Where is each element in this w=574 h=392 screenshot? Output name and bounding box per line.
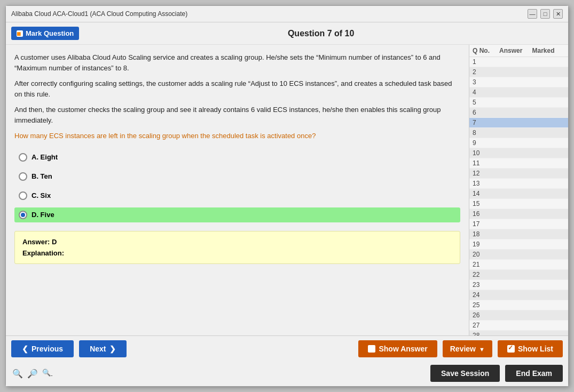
sidebar-row[interactable]: 21 [469,260,568,270]
sidebar-qno: 14 [473,190,499,197]
sidebar-qno: 7 [473,119,499,126]
sidebar-marked [532,281,565,289]
sidebar-row[interactable]: 24 [469,290,568,300]
sidebar-marked [532,170,565,177]
sidebar-marked [532,332,565,335]
next-arrow-icon [109,345,116,353]
sidebar-row[interactable]: 22 [469,270,568,280]
sidebar-answer [499,170,532,177]
sidebar-qno: 23 [473,281,499,289]
question-paragraph3: And then, the customer checks the scalin… [14,105,460,125]
sidebar-qno: 19 [473,241,499,248]
sidebar-qno: 4 [473,89,499,96]
sidebar-row[interactable]: 6 [469,108,568,118]
end-exam-label: End Exam [516,369,552,378]
sidebar-qno: 10 [473,149,499,157]
sidebar-row[interactable]: 28 [469,331,568,335]
end-exam-button[interactable]: End Exam [505,365,563,382]
sidebar-marked [532,89,565,96]
sidebar-marked [532,200,565,207]
sidebar-marked [532,180,565,187]
sidebar-marked [532,68,565,76]
option-c-radio[interactable] [19,191,27,200]
sidebar-row[interactable]: 23 [469,280,568,290]
sidebar-answer [499,149,532,157]
sidebar-row[interactable]: 18 [469,229,568,239]
option-b-radio[interactable] [19,172,27,181]
sidebar-row[interactable]: 8 [469,128,568,138]
sidebar-marked [532,109,565,116]
title-bar: Alibaba Cloud ACA-Cloud1 (ACA Cloud Comp… [6,6,568,22]
option-d[interactable]: D. Five [14,207,460,222]
sidebar-marked [532,271,565,278]
maximize-button[interactable]: □ [540,9,550,19]
next-button[interactable]: Next [79,340,126,357]
sidebar-answer [499,301,532,309]
sidebar-row[interactable]: 11 [469,158,568,169]
sidebar-qno: 5 [473,99,499,106]
close-button[interactable]: ✕ [553,9,563,19]
sidebar-list[interactable]: 1234567891011121314151617181920212223242… [469,57,568,335]
zoom-controls: 🔍 🔎 🔍- [11,367,54,380]
option-a[interactable]: A. Eight [14,150,460,165]
option-d-radio[interactable] [19,211,27,219]
option-b-label: B. Ten [32,172,52,180]
sidebar-answer [499,291,532,299]
sidebar-answer [499,119,532,126]
save-session-label: Save Session [441,369,489,378]
sidebar-marked [532,261,565,268]
option-c-label: C. Six [32,191,51,199]
zoom-out-button[interactable]: 🔍- [41,367,54,379]
sidebar-marked [532,139,565,147]
sidebar-row[interactable]: 14 [469,189,568,199]
sidebar-answer [499,311,532,319]
sidebar-row[interactable]: 15 [469,199,568,209]
option-c[interactable]: C. Six [14,188,460,203]
sidebar-qno: 3 [473,78,499,86]
sidebar-qno: 6 [473,109,499,116]
option-a-radio[interactable] [19,153,27,162]
question-paragraph4: How many ECS instances are left in the s… [14,131,460,141]
sidebar-row[interactable]: 13 [469,179,568,189]
next-label: Next [90,345,106,353]
sidebar-row[interactable]: 3 [469,77,568,87]
sidebar-row[interactable]: 7 [469,118,568,128]
sidebar-row[interactable]: 1 [469,57,568,67]
window-title: Alibaba Cloud ACA-Cloud1 (ACA Cloud Comp… [11,10,187,18]
option-b[interactable]: B. Ten [14,169,460,184]
review-button[interactable]: Review [443,340,492,357]
sidebar-row[interactable]: 5 [469,98,568,108]
sidebar-row[interactable]: 20 [469,250,568,260]
sidebar-row[interactable]: 4 [469,87,568,98]
previous-button[interactable]: Previous [11,340,74,357]
sidebar-marked [532,58,565,66]
sidebar-header: Q No. Answer Marked [469,45,568,57]
sidebar-qno: 12 [473,170,499,177]
zoom-in-button[interactable]: 🔍 [11,367,24,380]
sidebar-row[interactable]: 2 [469,67,568,77]
sidebar-qno: 25 [473,301,499,309]
save-session-button[interactable]: Save Session [430,365,500,382]
sidebar-row[interactable]: 27 [469,321,568,331]
sidebar-marked [532,301,565,309]
show-list-button[interactable]: Show List [498,340,563,357]
mark-question-button[interactable]: Mark Question [11,27,79,40]
sidebar-answer [499,109,532,116]
sidebar-row[interactable]: 12 [469,169,568,179]
sidebar-answer [499,271,532,278]
sidebar-row[interactable]: 10 [469,148,568,158]
sidebar-marked [532,291,565,299]
sidebar-row[interactable]: 25 [469,300,568,310]
sidebar-qno: 11 [473,159,499,167]
sidebar-row[interactable]: 26 [469,310,568,321]
sidebar-row[interactable]: 16 [469,209,568,219]
sidebar-qno: 2 [473,68,499,76]
sidebar-row[interactable]: 17 [469,219,568,229]
bottom-bar: Previous Next Show Answer Review Show Li… [6,335,568,386]
minimize-button[interactable]: — [528,9,537,19]
sidebar-marked [532,99,565,106]
sidebar-row[interactable]: 19 [469,239,568,250]
show-answer-button[interactable]: Show Answer [358,340,437,357]
sidebar-row[interactable]: 9 [469,138,568,148]
zoom-reset-button[interactable]: 🔎 [26,367,39,380]
